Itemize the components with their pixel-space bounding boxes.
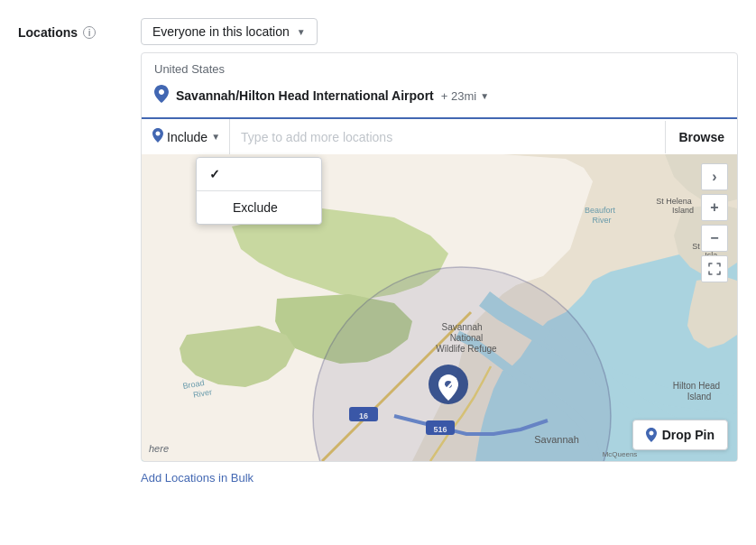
include-arrow-icon: ▼ [211, 132, 220, 142]
radius-arrow-icon: ▼ [480, 91, 489, 101]
info-icon[interactable]: i [83, 26, 96, 39]
svg-text:Island: Island [613, 459, 632, 461]
location-item: Savannah/Hilton Head International Airpo… [142, 79, 737, 117]
location-box: United States Savannah/Hilton Head Inter… [141, 52, 738, 462]
map-controls: › + − [701, 163, 728, 282]
exclude-menu-item[interactable]: Exclude [197, 190, 321, 224]
map-fit-button[interactable] [701, 255, 728, 282]
svg-text:Beaufort: Beaufort [585, 206, 616, 215]
include-menu-item[interactable]: ✓ [197, 158, 321, 190]
svg-text:Hilton Head: Hilton Head [673, 381, 720, 391]
location-radius[interactable]: + 23mi ▼ [441, 89, 489, 103]
svg-text:McQueens: McQueens [603, 450, 638, 458]
include-dropdown[interactable]: Include ▼ [142, 119, 230, 154]
locations-label-text: Locations [18, 25, 78, 40]
dropdown-label: Everyone in this location [152, 24, 290, 39]
drop-pin-label: Drop Pin [662, 428, 715, 442]
svg-text:Island: Island [687, 392, 712, 402]
svg-text:St Helena: St Helena [656, 197, 692, 206]
svg-text:Savannah: Savannah [534, 434, 579, 445]
location-content: Everyone in this location ▼ United State… [141, 18, 738, 485]
dropdown-arrow-icon: ▼ [297, 27, 306, 37]
map-zoom-in-button[interactable]: + [701, 194, 728, 221]
svg-text:Island: Island [672, 206, 694, 215]
locations-section: Locations i Everyone in this location ▼ … [18, 18, 738, 485]
exclude-menu-label: Exclude [233, 200, 278, 215]
include-label: Include [167, 130, 207, 144]
include-checkmark-icon: ✓ [209, 167, 224, 181]
svg-text:Wildlife Refuge: Wildlife Refuge [436, 344, 497, 354]
location-search-input[interactable] [230, 121, 665, 153]
drop-pin-button[interactable]: Drop Pin [632, 420, 728, 450]
map-watermark: here [149, 443, 169, 454]
location-pin-icon [154, 85, 169, 106]
svg-text:Savannah: Savannah [441, 322, 482, 332]
everyone-in-location-dropdown[interactable]: Everyone in this location ▼ [141, 18, 318, 45]
include-dropdown-menu: ✓ Exclude [196, 157, 322, 225]
svg-text:National: National [450, 333, 484, 343]
location-name: Savannah/Hilton Head International Airpo… [176, 88, 434, 103]
map-scroll-up-button[interactable]: › [701, 163, 728, 190]
location-country: United States [142, 53, 737, 79]
include-pin-icon [152, 128, 163, 145]
svg-text:River: River [592, 216, 611, 225]
locations-label-group: Locations i [18, 18, 126, 40]
search-bar: Include ▼ Browse ✓ Exclude [142, 117, 737, 154]
browse-button[interactable]: Browse [665, 121, 737, 153]
add-locations-link[interactable]: Add Locations in Bulk [141, 471, 254, 485]
map-zoom-out-button[interactable]: − [701, 225, 728, 252]
